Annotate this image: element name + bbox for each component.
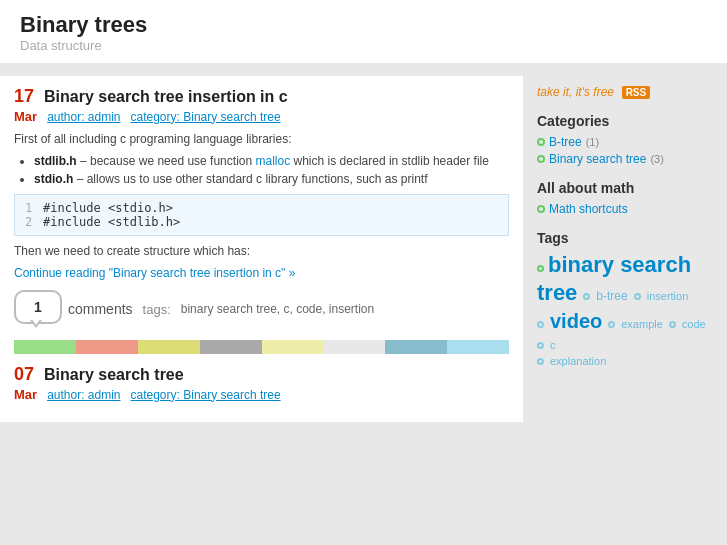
swatch-1	[14, 340, 76, 354]
swatch-6	[323, 340, 385, 354]
post-1-meta: Mar author: admin category: Binary searc…	[14, 109, 509, 124]
post-1-author[interactable]: author: admin	[47, 110, 120, 124]
post-1-title: Binary search tree insertion in c	[44, 88, 288, 106]
list-item: stdio.h – allows us to use other standar…	[34, 172, 509, 186]
bubble-tail-inner	[31, 318, 41, 325]
sidebar: take it, it's free RSS Categories B-tree…	[527, 76, 727, 422]
post-2-category[interactable]: category: Binary search tree	[131, 388, 281, 402]
tags-row-1: binary search	[537, 252, 717, 278]
post-1-intro: First of all including c programing lang…	[14, 132, 509, 146]
post-after-code: Then we need to create structure which h…	[14, 244, 509, 258]
sidebar-categories: Categories B-tree (1) Binary search tree…	[537, 113, 717, 166]
tag-bullet	[537, 342, 544, 349]
swatch-5	[262, 340, 324, 354]
list-item-name: stdio.h	[34, 172, 73, 186]
code-line-1: 1 #include <stdio.h>	[25, 201, 498, 215]
bst-link[interactable]: Binary search tree	[549, 152, 646, 166]
tag-btree[interactable]: b-tree	[596, 289, 627, 303]
post-2-date-line: 07 Binary search tree	[14, 364, 509, 385]
page-wrapper: Binary trees Data structure 17 Binary se…	[0, 0, 727, 422]
malloc-link[interactable]: malloc	[255, 154, 290, 168]
code-num: 2	[25, 215, 35, 229]
tags-values: binary search tree, c, code, insertion	[181, 302, 374, 316]
bst-count: (3)	[650, 153, 663, 165]
sidebar-item-math: Math shortcuts	[537, 202, 717, 216]
list-item-name: stdlib.h	[34, 154, 77, 168]
post-2-meta: Mar author: admin category: Binary searc…	[14, 387, 509, 402]
tag-bullet	[634, 293, 641, 300]
post-1-month: Mar	[14, 109, 37, 124]
page-subtitle: Data structure	[20, 38, 707, 53]
bullet-icon	[537, 205, 545, 213]
list-item-desc: – because we need use function	[80, 154, 255, 168]
code-line-2: 2 #include <stdlib.h>	[25, 215, 498, 229]
tag-explanation[interactable]: explanation	[550, 355, 606, 367]
tag-bullet	[537, 358, 544, 365]
tags-cloud: binary search tree b-tree insertion vide…	[537, 252, 717, 367]
tag-c[interactable]: c	[550, 339, 556, 351]
bullet-icon	[537, 138, 545, 146]
sidebar-math: All about math Math shortcuts	[537, 180, 717, 216]
tag-bullet	[608, 321, 615, 328]
list-item-desc: – allows us to use other standard c libr…	[77, 172, 428, 186]
swatch-4	[200, 340, 262, 354]
comments-section: 1 comments	[14, 290, 133, 328]
list-item-desc2: which is declared in stdlib header file	[294, 154, 489, 168]
code-text: #include <stdlib.h>	[43, 215, 180, 229]
tags-row-4: explanation	[537, 355, 717, 367]
tag-insertion[interactable]: insertion	[647, 290, 689, 302]
tags-label: tags:	[143, 302, 171, 317]
math-heading: All about math	[537, 180, 717, 196]
bullet-icon	[537, 155, 545, 163]
btree-link[interactable]: B-tree	[549, 135, 582, 149]
swatch-7	[385, 340, 447, 354]
categories-heading: Categories	[537, 113, 717, 129]
comments-label: comments	[68, 301, 133, 317]
read-more-link[interactable]: Continue reading "Binary search tree ins…	[14, 266, 509, 280]
sidebar-item-btree: B-tree (1)	[537, 135, 717, 149]
sidebar-tags: Tags binary search tree b-tree insertion	[537, 230, 717, 367]
page-title: Binary trees	[20, 12, 707, 38]
header: Binary trees Data structure	[0, 0, 727, 66]
post-1-list: stdlib.h – because we need use function …	[34, 154, 509, 186]
post-2-day: 07	[14, 364, 34, 385]
post-1-date-line: 17 Binary search tree insertion in c	[14, 86, 509, 107]
main-content: 17 Binary search tree insertion in c Mar…	[0, 76, 523, 422]
tags-row-2: tree b-tree insertion	[537, 280, 717, 306]
btree-count: (1)	[586, 136, 599, 148]
list-item: stdlib.h – because we need use function …	[34, 154, 509, 168]
tag-bullet	[537, 265, 544, 272]
post-2-author[interactable]: author: admin	[47, 388, 120, 402]
post-2-title: Binary search tree	[44, 366, 184, 384]
sidebar-item-bst: Binary search tree (3)	[537, 152, 717, 166]
code-num: 1	[25, 201, 35, 215]
content-area: 17 Binary search tree insertion in c Mar…	[0, 66, 727, 422]
rss-badge[interactable]: RSS	[622, 86, 651, 99]
comment-bubble-icon: 1	[14, 290, 62, 328]
tag-bullet	[669, 321, 676, 328]
post-1-day: 17	[14, 86, 34, 107]
post-2: 07 Binary search tree Mar author: admin …	[14, 364, 509, 402]
post-1-category[interactable]: category: Binary search tree	[131, 110, 281, 124]
comment-count: 1	[14, 290, 62, 324]
code-block: 1 #include <stdio.h> 2 #include <stdlib.…	[14, 194, 509, 236]
tag-bullet	[537, 321, 544, 328]
code-text: #include <stdio.h>	[43, 201, 173, 215]
swatch-3	[138, 340, 200, 354]
color-swatches	[14, 340, 509, 354]
tag-code[interactable]: code	[682, 318, 706, 330]
tag-example[interactable]: example	[621, 318, 663, 330]
tag-video[interactable]: video	[550, 310, 602, 333]
post-1-footer: 1 comments tags: binary search tree, c, …	[14, 290, 509, 332]
take-it-free-text: take it, it's free	[537, 85, 614, 99]
math-shortcuts-link[interactable]: Math shortcuts	[549, 202, 628, 216]
tag-tree[interactable]: tree	[537, 280, 577, 306]
tags-heading: Tags	[537, 230, 717, 246]
post-1: 17 Binary search tree insertion in c Mar…	[14, 86, 509, 354]
sidebar-rss: take it, it's free RSS	[537, 84, 717, 99]
swatch-8	[447, 340, 509, 354]
tag-bullet	[583, 293, 590, 300]
tags-row-3: video example code c	[537, 310, 717, 351]
swatch-2	[76, 340, 138, 354]
tag-binary-search[interactable]: binary search	[548, 252, 691, 278]
